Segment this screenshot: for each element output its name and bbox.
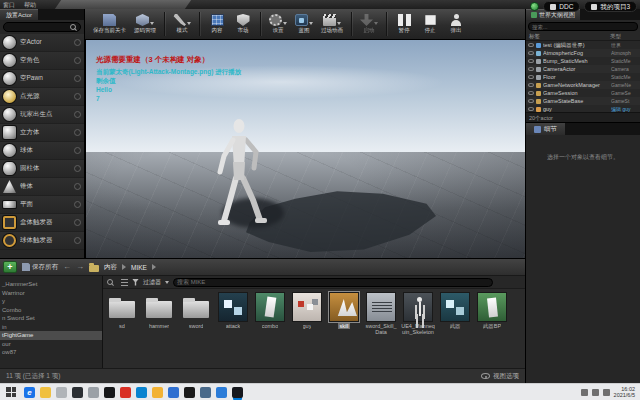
asset-tile[interactable]: 武器BP (475, 292, 509, 335)
eject-button[interactable]: 弹出 (444, 10, 468, 39)
view-mode-icon[interactable] (121, 279, 128, 286)
place-actor-item[interactable]: 圆柱体 (0, 160, 84, 178)
outliner-row[interactable]: Bump_StaticMeshStaticMe (526, 57, 640, 65)
tray-network-icon[interactable] (592, 389, 599, 396)
visibility-eye-icon[interactable] (528, 83, 534, 87)
tab-place-actors[interactable]: 放置Actor (0, 9, 38, 20)
tab-details[interactable]: 细节 (526, 123, 565, 135)
add-import-button[interactable]: + (3, 261, 17, 273)
visibility-eye-icon[interactable] (528, 43, 534, 47)
outliner-row[interactable]: GameStateBaseGameSt (526, 97, 640, 105)
asset-folder[interactable]: sd (105, 292, 139, 335)
source-folder-item[interactable]: Warrinor (0, 289, 102, 298)
outliner-row[interactable]: FloorStaticMe (526, 73, 640, 81)
asset-folder[interactable]: sword (179, 292, 213, 335)
place-actor-item[interactable]: 立方体 (0, 124, 84, 142)
source-folder-item[interactable]: y (0, 297, 102, 306)
source-control-button[interactable]: 源码管理 (131, 10, 159, 39)
place-actor-item[interactable]: 盒体触发器 (0, 214, 84, 232)
asset-tile[interactable]: skill (327, 292, 361, 335)
asset-tile[interactable]: attack (216, 292, 250, 335)
unreal-editor-icon[interactable] (232, 387, 243, 398)
place-actor-item[interactable]: 平面 (0, 196, 84, 214)
skype-icon[interactable] (136, 387, 147, 398)
ddc-toast[interactable]: DDC (543, 1, 580, 12)
visibility-eye-icon[interactable] (528, 75, 534, 79)
place-actor-item[interactable]: 锥体 (0, 178, 84, 196)
folder-yellow-icon[interactable] (152, 387, 163, 398)
project-toast[interactable]: 我的项目3 (584, 1, 637, 12)
asset-tile[interactable]: combo (253, 292, 287, 335)
cinematics-button[interactable]: 过场动画 (318, 10, 346, 39)
column-label[interactable]: 标签 (529, 33, 540, 40)
place-actor-item[interactable]: 空角色 (0, 52, 84, 70)
app-red-icon[interactable] (120, 387, 131, 398)
source-folder-item[interactable]: Combo (0, 306, 102, 315)
place-actor-item[interactable]: 点光源 (0, 88, 84, 106)
steam-icon[interactable] (104, 387, 115, 398)
breadcrumb-root[interactable]: 内容 (104, 263, 117, 272)
view-options-button[interactable]: 视图选项 (481, 372, 519, 381)
place-actors-search-input[interactable] (4, 24, 70, 30)
column-type[interactable]: 类型 (610, 33, 637, 40)
place-actor-item[interactable]: 空Pawn (0, 70, 84, 88)
asset-tile[interactable]: sword_Skill_Data (364, 292, 398, 335)
visibility-eye-icon[interactable] (528, 51, 534, 55)
outliner-search-input[interactable] (529, 24, 637, 30)
source-folder-item[interactable]: _HammerSet (0, 280, 102, 289)
visibility-eye-icon[interactable] (528, 107, 534, 111)
source-folder-item[interactable]: ow87 (0, 348, 102, 357)
asset-tile[interactable]: 武器 (438, 292, 472, 335)
pause-button[interactable]: 暂停 (392, 10, 416, 39)
visibility-eye-icon[interactable] (528, 59, 534, 63)
path-folder-icon[interactable] (89, 265, 99, 272)
outliner-row[interactable]: test (编辑器世界)世界 (526, 41, 640, 49)
photos-icon[interactable] (216, 387, 227, 398)
stop-button[interactable]: 停止 (418, 10, 442, 39)
app-silver-icon[interactable] (88, 387, 99, 398)
file-explorer-icon[interactable] (40, 387, 51, 398)
asset-search-input[interactable] (177, 279, 489, 285)
start-button[interactable] (6, 387, 16, 397)
place-actor-item[interactable]: 空Actor (0, 34, 84, 52)
place-actor-item[interactable]: 球体 (0, 142, 84, 160)
modes-button[interactable]: 模式 (170, 10, 194, 39)
menu-help[interactable]: 帮助 (24, 1, 36, 10)
level-viewport[interactable]: 光源需要重建（3 个未构建 对象） 当前蒙太奇(Light-Attack-Mon… (85, 40, 525, 258)
app-dark-icon[interactable] (72, 387, 83, 398)
back-button[interactable]: ← (63, 263, 71, 271)
place-actor-item[interactable]: 球体触发器 (0, 232, 84, 250)
qq-icon[interactable] (168, 387, 179, 398)
blueprints-button[interactable]: 蓝图 (292, 10, 316, 39)
visibility-eye-icon[interactable] (528, 67, 534, 71)
breadcrumb-expand-icon[interactable] (152, 264, 156, 270)
outliner-row[interactable]: CameraActorCamera (526, 65, 640, 73)
settings-button[interactable]: 设置 (266, 10, 290, 39)
content-button[interactable]: 内容 (205, 10, 229, 39)
tray-volume-icon[interactable] (603, 389, 610, 396)
menu-window[interactable]: 窗口 (3, 1, 15, 10)
place-actor-item[interactable]: 玩家出生点 (0, 106, 84, 124)
asset-tile[interactable]: UE4_Mannequin_Skeleton (401, 292, 435, 335)
asset-folder[interactable]: hammer (142, 292, 176, 335)
asset-tile[interactable]: guy (290, 292, 324, 335)
source-folder-item[interactable]: tFightGame (0, 331, 102, 340)
outliner-row[interactable]: AtmosphericFogAtmosph (526, 49, 640, 57)
source-folder-item[interactable]: our (0, 340, 102, 349)
save-current-level-button[interactable]: 保存当前关卡 (90, 10, 129, 39)
source-folder-item[interactable]: n Sword Set (0, 314, 102, 323)
app-blue-icon[interactable] (200, 387, 211, 398)
visibility-eye-icon[interactable] (528, 91, 534, 95)
edge-icon[interactable]: e (24, 387, 35, 398)
filters-button[interactable]: 过滤器 (143, 278, 161, 287)
breadcrumb-folder[interactable]: MIKE (131, 264, 147, 271)
tray-chevron-icon[interactable] (581, 389, 588, 396)
outliner-row[interactable]: GameSessionGameSe (526, 89, 640, 97)
status-dot-icon[interactable] (530, 2, 539, 11)
marketplace-button[interactable]: 市场 (231, 10, 255, 39)
save-all-button[interactable]: 保存所有 (22, 263, 58, 272)
taskbar-clock[interactable]: 16:02 2021/6/5 (614, 386, 637, 399)
launch-button[interactable]: 启动 (357, 10, 381, 39)
visibility-eye-icon[interactable] (528, 99, 534, 103)
source-folder-item[interactable]: in (0, 323, 102, 332)
